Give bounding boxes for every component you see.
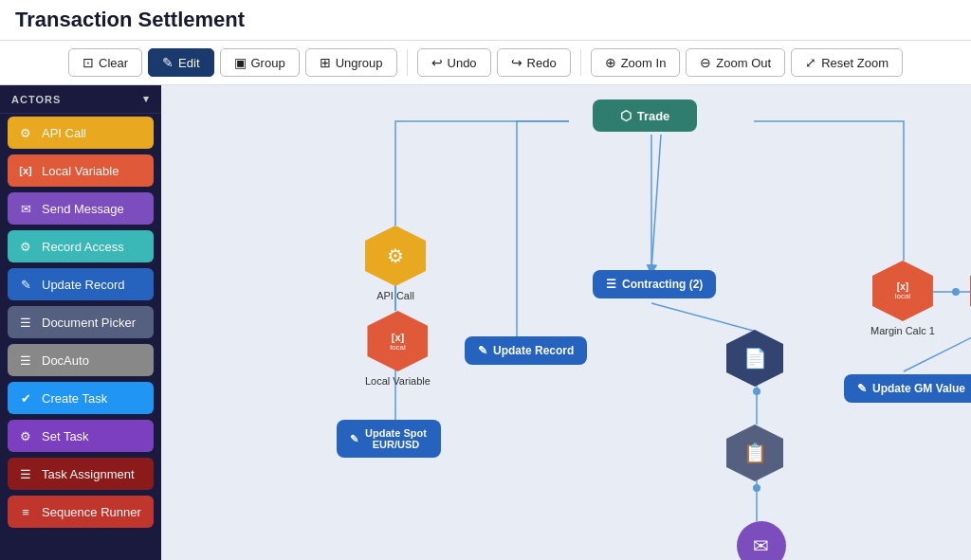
sidebar-item-record-access[interactable]: ⚙ Record Access bbox=[8, 230, 154, 262]
update-spot-icon: ✎ bbox=[350, 433, 358, 445]
doc-node2[interactable]: 📋 bbox=[726, 425, 783, 481]
group-button[interactable]: ▣ Group bbox=[220, 48, 300, 77]
api-call-icon: ⚙ bbox=[17, 124, 34, 141]
sidebar-item-api-call[interactable]: ⚙ API Call bbox=[8, 117, 154, 149]
contracting-node[interactable]: ☰ Contracting (2) bbox=[593, 270, 716, 298]
docauto-icon: ☰ bbox=[17, 352, 34, 369]
undo-button[interactable]: ↩ Undo bbox=[417, 48, 491, 77]
task-assignment-icon: ☰ bbox=[17, 465, 34, 482]
ungroup-button[interactable]: ⊞ Ungroup bbox=[305, 48, 397, 77]
update-record-node[interactable]: ✎ Update Record bbox=[465, 336, 587, 365]
send-message-icon: ✉ bbox=[17, 200, 34, 217]
api-call-hex-icon: ⚙ bbox=[387, 244, 404, 267]
record-access-icon: ⚙ bbox=[17, 238, 34, 255]
local-var-hex-icon: [x] bbox=[392, 332, 404, 343]
sidebar-item-create-task[interactable]: ✔ Create Task bbox=[8, 382, 154, 414]
sidebar-item-task-assignment[interactable]: ☰ Task Assignment bbox=[8, 458, 154, 490]
sidebar-item-update-record[interactable]: ✎ Update Record bbox=[8, 268, 154, 300]
canvas: ⬡ Trade ⚙ API Call [x] local Local Varia… bbox=[161, 85, 971, 560]
update-gm-icon: ✎ bbox=[857, 382, 867, 395]
doc-node1[interactable]: 📄 bbox=[726, 330, 783, 387]
separator-1 bbox=[407, 49, 408, 76]
api-call-node-label: API Call bbox=[376, 290, 414, 301]
group-icon: ▣ bbox=[234, 55, 247, 70]
contracting-icon: ☰ bbox=[606, 278, 616, 291]
update-gm-label: Update GM Value bbox=[872, 382, 965, 395]
sidebar-header: ACTORS ▾ bbox=[0, 85, 161, 114]
local-var-node-label: Local Variable bbox=[365, 375, 431, 387]
main-area: ACTORS ▾ ⚙ API Call [x] Local Variable ✉… bbox=[0, 85, 971, 560]
margin1-icon: [x] bbox=[897, 281, 908, 292]
svg-line-10 bbox=[651, 303, 757, 332]
redo-icon: ↪ bbox=[511, 55, 522, 70]
update-record-icon: ✎ bbox=[17, 276, 34, 293]
sidebar: ACTORS ▾ ⚙ API Call [x] Local Variable ✉… bbox=[0, 85, 161, 560]
edit-icon: ✎ bbox=[162, 55, 174, 70]
undo-icon: ↩ bbox=[431, 55, 443, 70]
contracting-label: Contracting (2) bbox=[622, 278, 703, 291]
redo-button[interactable]: ↪ Redo bbox=[497, 48, 571, 77]
local-var-node[interactable]: [x] local Local Variable bbox=[365, 311, 431, 387]
create-task-icon: ✔ bbox=[17, 389, 34, 406]
margin1-label: Margin Calc 1 bbox=[870, 325, 935, 336]
zoom-out-button[interactable]: ⊖ Zoom Out bbox=[686, 48, 785, 77]
svg-point-3 bbox=[952, 288, 960, 296]
separator-2 bbox=[580, 49, 581, 76]
local-var-hex-sub: local bbox=[390, 343, 405, 352]
sidebar-item-send-message[interactable]: ✉ Send Message bbox=[8, 192, 154, 225]
reset-zoom-button[interactable]: ⤢ Reset Zoom bbox=[791, 48, 903, 77]
svg-line-0 bbox=[651, 135, 661, 270]
margin-calc1-node[interactable]: [x] local Margin Calc 1 bbox=[870, 261, 935, 336]
sidebar-item-sequence-runner[interactable]: ≡ Sequence Runner bbox=[8, 496, 154, 528]
reset-zoom-icon: ⤢ bbox=[805, 55, 816, 70]
doc1-icon: 📄 bbox=[743, 347, 767, 370]
email-manager-node[interactable]: ✉ Email Manager bbox=[726, 521, 797, 560]
toolbar: ⊡ Clear ✎ Edit ▣ Group ⊞ Ungroup ↩ Undo … bbox=[0, 41, 971, 85]
doc2-icon: 📋 bbox=[743, 442, 767, 464]
margin1-sub: local bbox=[895, 292, 910, 300]
zoom-in-button[interactable]: ⊕ Zoom In bbox=[591, 48, 681, 77]
sidebar-item-docauto[interactable]: ☰ DocAuto bbox=[8, 344, 154, 376]
api-call-node[interactable]: ⚙ API Call bbox=[365, 226, 426, 301]
set-task-icon: ⚙ bbox=[17, 427, 34, 444]
sequence-runner-icon: ≡ bbox=[17, 503, 34, 520]
svg-point-14 bbox=[753, 484, 760, 492]
sidebar-item-document-picker[interactable]: ☰ Document Picker bbox=[8, 306, 154, 338]
sidebar-item-local-variable[interactable]: [x] Local Variable bbox=[8, 154, 154, 187]
clear-icon: ⊡ bbox=[82, 55, 94, 70]
svg-point-12 bbox=[753, 388, 760, 395]
trade-icon: ⬡ bbox=[620, 108, 632, 123]
document-picker-icon: ☰ bbox=[17, 314, 34, 331]
zoom-in-icon: ⊕ bbox=[605, 55, 616, 70]
canvas-connections bbox=[161, 85, 971, 560]
trade-node[interactable]: ⬡ Trade bbox=[593, 99, 697, 132]
app-header: Transaction Settlement bbox=[0, 0, 971, 41]
edit-button[interactable]: ✎ Edit bbox=[148, 48, 213, 77]
zoom-out-icon: ⊖ bbox=[700, 55, 711, 70]
local-variable-icon: [x] bbox=[17, 162, 34, 179]
update-record-node-icon: ✎ bbox=[478, 344, 487, 357]
update-record-node-label: Update Record bbox=[493, 344, 574, 357]
update-spot-label: Update Spot EUR/USD bbox=[364, 427, 428, 450]
update-gm-node[interactable]: ✎ Update GM Value bbox=[844, 374, 971, 403]
collapse-icon[interactable]: ▾ bbox=[143, 93, 150, 105]
sidebar-item-set-task[interactable]: ⚙ Set Task bbox=[8, 420, 154, 452]
trade-label: Trade bbox=[637, 109, 670, 123]
page-title: Transaction Settlement bbox=[15, 8, 956, 32]
ungroup-icon: ⊞ bbox=[320, 55, 331, 70]
email-icon: ✉ bbox=[753, 534, 769, 557]
clear-button[interactable]: ⊡ Clear bbox=[68, 48, 142, 77]
update-spot-node[interactable]: ✎ Update Spot EUR/USD bbox=[337, 420, 441, 458]
